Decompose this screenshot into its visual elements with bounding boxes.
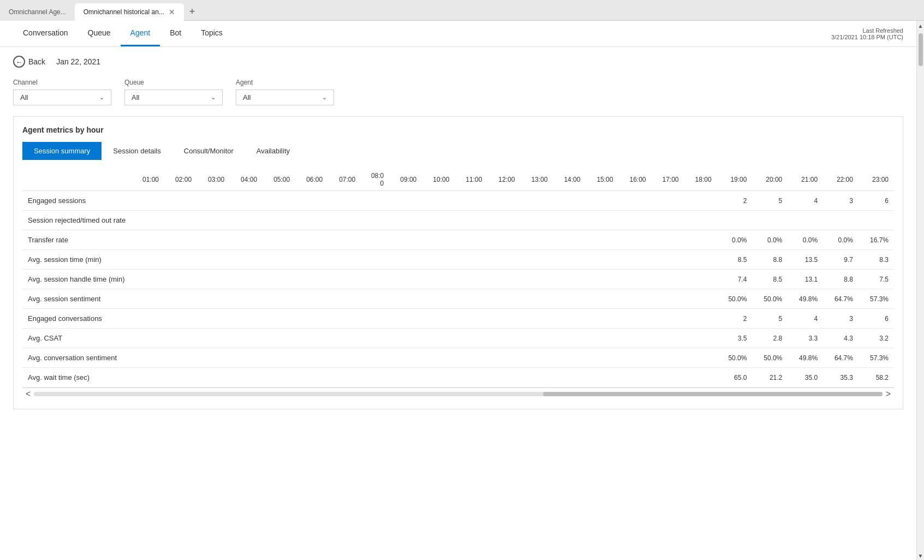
metric-cell [586, 329, 618, 348]
queue-chevron-icon: ⌄ [211, 94, 216, 101]
sub-tab-consult-monitor[interactable]: Consult/Monitor [172, 142, 245, 160]
metric-cell [328, 250, 361, 270]
metric-cell [487, 368, 520, 388]
metric-cell [389, 289, 422, 309]
close-tab-icon[interactable]: ✕ [169, 8, 175, 16]
browser-tab-2[interactable]: Omnichannel historical an... ✕ [75, 3, 184, 21]
metric-cell [553, 270, 586, 289]
nav-tab-agent[interactable]: Agent [121, 21, 160, 46]
sub-tab-session-details[interactable]: Session details [102, 142, 172, 160]
metric-cell [361, 211, 389, 230]
nav-tab-queue[interactable]: Queue [78, 21, 121, 46]
sub-tab-availability[interactable]: Availability [245, 142, 301, 160]
metric-cell [263, 270, 295, 289]
metric-cell [197, 348, 230, 368]
filters-row: Channel All ⌄ Queue All ⌄ [13, 79, 903, 105]
agent-filter-select[interactable]: All ⌄ [236, 90, 334, 105]
metric-cell [455, 289, 487, 309]
table-header-row: 01:0002:0003:0004:0005:0006:0007:0008:00… [22, 169, 894, 191]
metric-cell [263, 230, 295, 250]
queue-filter-label: Queue [124, 79, 223, 86]
metric-cell [361, 270, 389, 289]
metric-cell [520, 309, 553, 329]
page-content: ← Back Jan 22, 2021 Channel All ⌄ [0, 47, 916, 418]
metric-cell [422, 270, 455, 289]
metric-cell [422, 191, 455, 211]
right-scrollbar[interactable]: ▲ ▼ [916, 21, 924, 560]
browser-tab-bar: Omnichannel Age... Omnichannel historica… [0, 0, 924, 21]
metric-cell [618, 250, 651, 270]
nav-tab-topics[interactable]: Topics [191, 21, 233, 46]
metric-cell [487, 329, 520, 348]
metric-cell: 5 [752, 309, 788, 329]
table-row: Avg. session handle time (min)7.48.513.1… [22, 270, 894, 289]
metric-cell [455, 230, 487, 250]
metric-cell [586, 211, 618, 230]
scrollbar-down-button[interactable]: ▼ [917, 552, 924, 560]
metric-cell [652, 230, 684, 250]
metric-cell [230, 368, 263, 388]
scrollbar-thumb[interactable] [919, 33, 923, 66]
metric-cell [455, 191, 487, 211]
metric-cell [487, 348, 520, 368]
metric-cell [520, 250, 553, 270]
metric-cell [164, 368, 197, 388]
hour-header-1: 02:00 [164, 169, 197, 191]
metric-cell [132, 309, 164, 329]
metric-cell: 50.0% [717, 289, 753, 309]
metric-cell [586, 289, 618, 309]
metric-cell [520, 211, 553, 230]
metric-cell: 7.5 [859, 270, 894, 289]
metric-cell [132, 289, 164, 309]
metric-cell [652, 368, 684, 388]
metric-cell [684, 348, 717, 368]
last-refreshed-label: Last Refreshed [831, 27, 903, 34]
metric-cell [328, 211, 361, 230]
channel-filter-label: Channel [13, 79, 111, 86]
app-container: Conversation Queue Agent Bot Topics Last… [0, 21, 924, 560]
metric-cell [164, 230, 197, 250]
metric-cell [197, 270, 230, 289]
metric-row-label: Avg. conversation sentiment [22, 348, 132, 368]
agent-filter-label: Agent [236, 79, 334, 86]
metric-cell: 0.0% [752, 230, 788, 250]
scroll-track[interactable] [34, 392, 882, 396]
hour-header-5: 06:00 [295, 169, 328, 191]
metric-cell [684, 368, 717, 388]
metric-cell: 64.7% [823, 348, 859, 368]
queue-filter-value: All [132, 93, 139, 102]
scroll-left-button[interactable]: < [22, 389, 34, 399]
hour-header-2: 03:00 [197, 169, 230, 191]
last-refreshed-value: 3/21/2021 10:18 PM (UTC) [831, 34, 903, 40]
metric-cell [455, 211, 487, 230]
table-row: Avg. session sentiment50.0%50.0%49.8%64.… [22, 289, 894, 309]
metric-cell: 2.8 [752, 329, 788, 348]
queue-filter-select[interactable]: All ⌄ [124, 90, 223, 105]
metric-cell [295, 289, 328, 309]
metric-cell [295, 230, 328, 250]
table-row: Avg. session time (min)8.58.813.59.78.3 [22, 250, 894, 270]
metric-cell [652, 329, 684, 348]
metric-cell [586, 191, 618, 211]
metric-cell [197, 230, 230, 250]
add-tab-button[interactable]: + [184, 4, 201, 20]
metric-cell [553, 329, 586, 348]
metric-cell: 57.3% [859, 348, 894, 368]
metric-row-label: Avg. session sentiment [22, 289, 132, 309]
scroll-thumb [543, 392, 883, 396]
metric-cell: 13.1 [788, 270, 823, 289]
metric-cell: 35.3 [823, 368, 859, 388]
browser-tab-1[interactable]: Omnichannel Age... [0, 3, 75, 21]
sub-tab-session-summary[interactable]: Session summary [22, 142, 102, 160]
metric-cell [230, 211, 263, 230]
nav-tab-bot[interactable]: Bot [160, 21, 191, 46]
metric-cell [328, 191, 361, 211]
metric-cell [328, 270, 361, 289]
channel-filter-select[interactable]: All ⌄ [13, 90, 111, 105]
metric-cell [197, 368, 230, 388]
scroll-right-button[interactable]: > [883, 389, 894, 399]
metric-cell: 8.5 [717, 250, 753, 270]
scrollbar-up-button[interactable]: ▲ [917, 22, 924, 30]
back-button[interactable]: ← Back [13, 56, 45, 68]
nav-tab-conversation[interactable]: Conversation [13, 21, 78, 46]
